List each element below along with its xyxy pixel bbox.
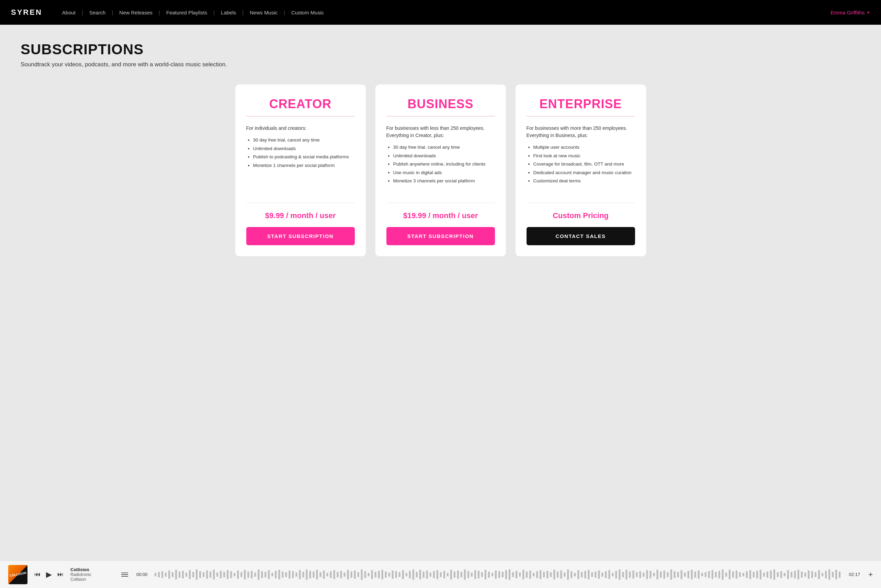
svg-rect-137 (625, 570, 627, 579)
svg-rect-148 (663, 570, 665, 579)
fast-forward-button[interactable]: ⏭ (57, 571, 63, 578)
svg-rect-76 (416, 572, 417, 578)
enterprise-features: Multiple user accounts First look at new… (527, 144, 635, 194)
svg-rect-65 (378, 571, 379, 578)
svg-rect-130 (601, 573, 603, 577)
svg-rect-156 (691, 570, 692, 579)
svg-rect-184 (787, 570, 789, 579)
business-plan-card: BUSINESS For businesses with less than 2… (375, 84, 506, 256)
waveform[interactable] (154, 568, 842, 582)
nav-custom-music[interactable]: Custom Music (285, 10, 330, 15)
svg-rect-192 (815, 572, 817, 577)
brand-logo[interactable]: SYREN (11, 8, 42, 17)
svg-rect-23 (234, 573, 235, 576)
queue-line-3 (121, 576, 128, 577)
svg-rect-118 (560, 570, 562, 579)
svg-rect-140 (636, 572, 637, 577)
svg-rect-92 (470, 573, 472, 577)
svg-rect-11 (192, 572, 194, 578)
svg-rect-95 (481, 572, 483, 577)
svg-rect-35 (275, 571, 277, 578)
svg-rect-30 (258, 570, 259, 580)
svg-rect-50 (326, 573, 328, 576)
svg-rect-72 (402, 570, 404, 579)
svg-rect-173 (749, 570, 751, 579)
nav-labels[interactable]: Labels (215, 10, 242, 15)
current-time: 00:00 (136, 572, 148, 577)
svg-rect-32 (264, 572, 266, 578)
svg-rect-146 (656, 570, 658, 579)
business-subscribe-button[interactable]: START SUBSCRIPTION (387, 227, 495, 245)
svg-rect-153 (680, 570, 682, 579)
svg-rect-22 (230, 571, 232, 578)
svg-rect-91 (467, 571, 469, 578)
svg-rect-97 (488, 572, 490, 578)
svg-rect-56 (347, 570, 349, 579)
svg-rect-81 (433, 571, 435, 578)
enterprise-contact-button[interactable]: CONTACT SALES (527, 227, 635, 245)
svg-rect-161 (708, 571, 710, 578)
svg-rect-54 (340, 571, 342, 578)
svg-rect-5 (172, 572, 174, 577)
svg-rect-58 (354, 570, 355, 579)
svg-rect-37 (282, 572, 283, 578)
player-bar: COLLISION ⏮ ▶ ⏭ Collision Radiotronic Co… (0, 561, 881, 588)
svg-rect-78 (423, 572, 424, 578)
svg-rect-93 (474, 570, 476, 579)
page-title: SUBSCRIPTIONS (21, 41, 860, 58)
svg-rect-198 (835, 570, 837, 579)
svg-rect-45 (309, 571, 311, 578)
creator-plan-card: CREATOR For individuals and creators: 30… (235, 84, 366, 256)
svg-rect-188 (801, 572, 802, 578)
user-menu[interactable]: Emma Griffiths ▼ (830, 10, 870, 15)
add-to-playlist-button[interactable]: + (868, 570, 873, 579)
play-button[interactable]: ▶ (46, 570, 52, 579)
svg-rect-40 (292, 571, 294, 578)
nav-news-music[interactable]: News Music (244, 10, 284, 15)
business-feature-2: Unlimited downloads (393, 153, 495, 159)
svg-rect-102 (505, 570, 507, 579)
svg-rect-162 (711, 570, 713, 579)
svg-rect-42 (299, 570, 301, 579)
svg-rect-164 (718, 571, 720, 578)
svg-rect-110 (533, 573, 535, 576)
svg-rect-85 (446, 573, 448, 576)
track-duration: 02:17 (849, 572, 860, 577)
svg-rect-101 (502, 572, 503, 578)
svg-rect-199 (839, 572, 841, 578)
nav-about[interactable]: About (56, 10, 82, 15)
svg-rect-157 (694, 572, 696, 578)
svg-rect-175 (756, 571, 758, 578)
svg-rect-29 (254, 573, 256, 577)
queue-line-2 (121, 574, 128, 575)
svg-rect-122 (574, 573, 576, 576)
svg-rect-167 (728, 570, 730, 579)
business-desc: For businesses with less than 250 employ… (387, 124, 495, 139)
svg-rect-90 (464, 570, 465, 580)
track-artist: Radiotronic (70, 572, 112, 577)
svg-rect-52 (333, 570, 335, 579)
rewind-button[interactable]: ⏮ (34, 571, 40, 578)
nav-featured-playlists[interactable]: Featured Playlists (160, 10, 213, 15)
enterprise-price-divider (527, 202, 635, 203)
creator-subscribe-button[interactable]: START SUBSCRIPTION (246, 227, 355, 245)
svg-rect-26 (244, 570, 246, 579)
svg-rect-27 (247, 572, 249, 578)
svg-rect-174 (752, 572, 754, 578)
nav-search[interactable]: Search (83, 10, 112, 15)
creator-desc: For individuals and creators: (246, 124, 355, 132)
svg-rect-80 (429, 573, 431, 577)
svg-rect-166 (725, 573, 727, 577)
nav-new-releases[interactable]: New Releases (113, 10, 159, 15)
plans-row: CREATOR For individuals and creators: 30… (21, 84, 860, 256)
svg-rect-53 (337, 572, 338, 578)
track-album: Collision (70, 577, 112, 582)
svg-rect-109 (529, 570, 531, 579)
svg-rect-125 (584, 571, 586, 578)
queue-icon[interactable] (121, 573, 128, 577)
svg-rect-142 (643, 573, 644, 577)
svg-rect-68 (388, 573, 390, 577)
svg-rect-100 (498, 571, 500, 578)
svg-rect-150 (670, 570, 672, 580)
svg-rect-135 (619, 570, 620, 580)
